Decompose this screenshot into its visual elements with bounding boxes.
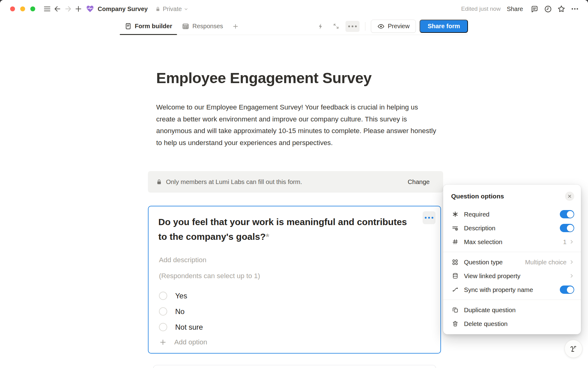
menu-item-view-linked-property[interactable]: View linked property xyxy=(443,269,581,283)
chevron-right-icon xyxy=(569,239,574,244)
sync-curve-icon xyxy=(451,286,459,293)
document-title[interactable]: Company Survey xyxy=(98,6,148,13)
question-options-menu: Question options Required Description xyxy=(443,185,581,334)
privacy-dropdown[interactable]: Private xyxy=(155,6,188,13)
radio-circle[interactable] xyxy=(159,323,167,331)
more-options-icon[interactable] xyxy=(570,4,580,14)
eye-icon xyxy=(377,23,385,30)
share-button[interactable]: Share xyxy=(507,6,523,13)
option-row[interactable]: Not sure xyxy=(159,319,203,335)
menu-item-question-type[interactable]: Question type Multiple choice xyxy=(443,255,581,269)
responses-table-icon xyxy=(182,23,189,30)
form-document-icon xyxy=(125,23,132,30)
trash-icon xyxy=(451,320,459,327)
question-card[interactable]: Do you feel that your work is meaningful… xyxy=(148,206,441,354)
zoom-window-button[interactable] xyxy=(30,6,35,11)
radio-circle[interactable] xyxy=(159,307,167,316)
question-type-value: Multiple choice xyxy=(525,259,567,266)
required-asterisk: * xyxy=(266,232,270,242)
menu-item-sync-property-name[interactable]: Sync with property name xyxy=(443,283,581,297)
menu-item-delete-question[interactable]: Delete question xyxy=(443,317,581,331)
minimize-window-button[interactable] xyxy=(20,6,25,11)
question-more-options-icon[interactable] xyxy=(423,211,435,224)
tab-label: Form builder xyxy=(135,23,172,30)
lock-icon xyxy=(155,6,161,12)
option-row[interactable]: No xyxy=(159,304,203,319)
max-selection-value: 1 xyxy=(563,238,567,246)
required-toggle[interactable] xyxy=(560,210,574,218)
tab-form-builder[interactable]: Form builder xyxy=(120,18,177,35)
option-label: Yes xyxy=(175,292,187,300)
menu-divider xyxy=(443,252,581,252)
option-row[interactable]: Yes xyxy=(159,288,203,304)
privacy-label: Private xyxy=(163,6,182,13)
radio-circle[interactable] xyxy=(159,292,167,300)
hash-icon xyxy=(451,239,459,245)
close-window-button[interactable] xyxy=(10,6,15,11)
view-tabbar: Form builder Responses Preview Share for… xyxy=(120,18,468,35)
back-icon[interactable] xyxy=(52,4,63,14)
chevron-right-icon xyxy=(569,259,574,265)
history-clock-icon[interactable] xyxy=(543,4,553,14)
form-description[interactable]: Welcome to our Employee Engagement Surve… xyxy=(156,102,439,149)
menu-item-label: Delete question xyxy=(464,320,507,328)
close-icon[interactable] xyxy=(565,192,574,201)
view-more-options-icon[interactable] xyxy=(345,21,360,32)
sidebar-menu-icon[interactable] xyxy=(42,4,52,14)
menu-item-duplicate-question[interactable]: Duplicate question xyxy=(443,303,581,317)
preview-button-label: Preview xyxy=(388,23,409,30)
share-form-button[interactable]: Share form xyxy=(420,20,468,33)
forward-icon[interactable] xyxy=(63,4,73,14)
menu-item-label: Max selection xyxy=(464,238,502,246)
tab-responses[interactable]: Responses xyxy=(177,18,228,35)
next-question-card-edge[interactable] xyxy=(153,365,436,368)
question-description-placeholder[interactable]: Add description xyxy=(159,256,206,264)
menu-item-label: Question type xyxy=(464,259,503,266)
favorite-star-icon[interactable] xyxy=(556,4,567,14)
change-access-button[interactable]: Change xyxy=(408,178,430,186)
share-form-button-label: Share form xyxy=(428,23,460,30)
asterisk-icon xyxy=(451,211,459,217)
access-banner-message: Only members at Lumi Labs can fill out t… xyxy=(166,178,302,186)
edited-status: Edited just now xyxy=(461,6,501,12)
add-view-icon[interactable] xyxy=(230,21,241,32)
description-lines-icon xyxy=(451,225,459,232)
tab-label: Responses xyxy=(192,23,223,30)
ai-face-icon xyxy=(568,344,579,354)
menu-item-required[interactable]: Required xyxy=(443,207,581,221)
menu-item-label: Description xyxy=(464,224,496,232)
menu-item-label: Duplicate question xyxy=(464,306,516,314)
option-label: No xyxy=(175,307,185,316)
chevron-down-icon xyxy=(184,7,188,11)
page-emoji-heart-pulse-icon xyxy=(85,4,95,14)
question-title-text: Do you feel that your work is meaningful… xyxy=(158,217,407,242)
question-selection-note: (Respondents can select up to 1) xyxy=(159,272,260,280)
chevron-right-icon xyxy=(569,273,574,278)
option-label: Not sure xyxy=(175,323,203,332)
new-tab-icon[interactable] xyxy=(73,4,84,14)
app-window: Company Survey Private Edited just now S… xyxy=(0,0,588,368)
menu-title: Question options xyxy=(451,193,504,200)
add-option-label: Add option xyxy=(174,338,207,346)
lock-icon xyxy=(156,179,162,185)
form-title[interactable]: Employee Engagement Survey xyxy=(156,69,436,86)
sync-property-toggle[interactable] xyxy=(560,286,574,294)
automations-bolt-icon[interactable] xyxy=(315,21,326,32)
menu-item-description[interactable]: Description xyxy=(443,221,581,235)
preview-button[interactable]: Preview xyxy=(371,20,416,33)
expand-icon[interactable] xyxy=(330,21,342,32)
notion-ai-face-button[interactable] xyxy=(564,340,582,358)
duplicate-icon xyxy=(451,307,459,313)
traffic-lights xyxy=(10,6,35,11)
toolbar-divider xyxy=(365,22,365,31)
comments-icon[interactable] xyxy=(529,4,540,14)
question-title[interactable]: Do you feel that your work is meaningful… xyxy=(158,215,409,244)
database-icon xyxy=(451,273,459,279)
menu-item-label: Sync with property name xyxy=(464,286,533,293)
description-toggle[interactable] xyxy=(560,224,574,232)
add-option-button[interactable]: Add option xyxy=(159,336,207,348)
menu-item-max-selection[interactable]: Max selection 1 xyxy=(443,235,581,249)
access-restriction-banner: Only members at Lumi Labs can fill out t… xyxy=(148,171,443,193)
shapes-grid-icon xyxy=(451,259,459,266)
plus-icon xyxy=(159,338,167,346)
